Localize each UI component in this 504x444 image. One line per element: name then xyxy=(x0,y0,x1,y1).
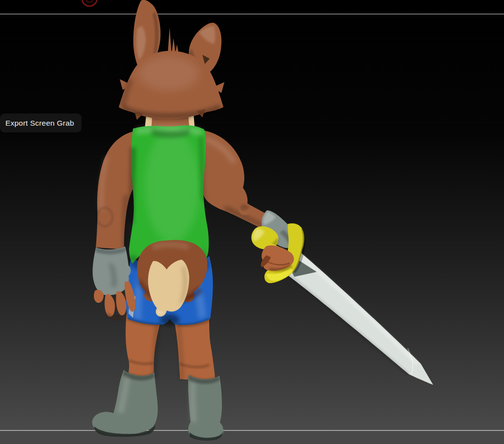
viewport-canvas[interactable] xyxy=(0,0,504,444)
app-window: Export Screen Grab xyxy=(0,0,504,444)
bottom-strip xyxy=(0,431,504,444)
canvas-top-border xyxy=(0,14,504,14)
export-screen-grab-label: Export Screen Grab xyxy=(5,119,74,127)
floor-grid-line xyxy=(0,430,504,431)
head-top-highlight xyxy=(138,56,199,91)
shirt-center-highlight xyxy=(145,130,199,242)
export-screen-grab-tooltip[interactable]: Export Screen Grab xyxy=(0,113,82,133)
